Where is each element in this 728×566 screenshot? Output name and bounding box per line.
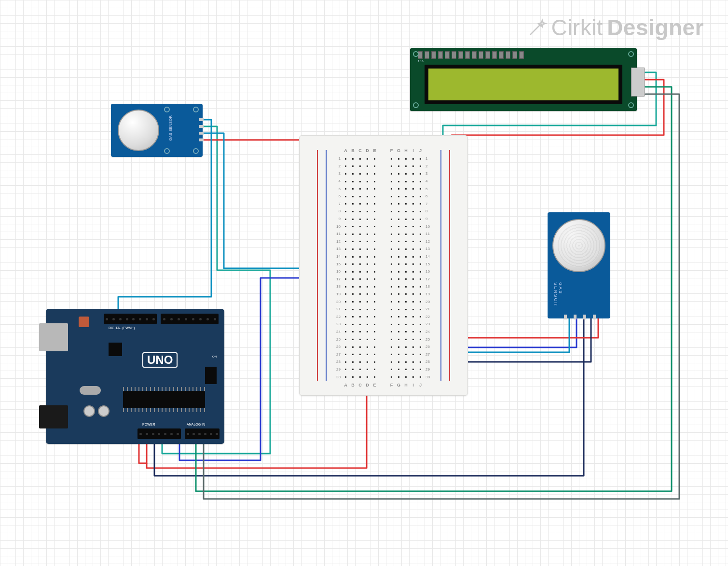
gas-sensor-large-cap [552,219,605,272]
arduino-board-name: UNO [142,352,178,368]
breadboard-row[interactable]: 2222 [333,313,434,320]
arduino-usb-port [39,323,68,351]
lcd-16x2-module[interactable]: 1 16 [410,48,637,111]
breadboard-row[interactable]: 2828 [333,358,434,366]
wand-icon [528,18,547,37]
brand-light: Cirkit [551,14,603,41]
breadboard-row[interactable]: 2929 [333,366,434,373]
breadboard-row[interactable]: 44 [333,178,434,185]
arduino-analog-header[interactable] [185,428,220,439]
screw-hole-icon [193,107,199,112]
gas-large-pin-gnd[interactable] [583,315,586,319]
breadboard-row[interactable]: 2727 [333,350,434,358]
arduino-icsp-header[interactable] [205,367,217,384]
breadboard-row[interactable]: 1717 [333,276,434,283]
breadboard-rail-red-right [449,150,450,381]
app-watermark: Cirkit Designer [528,14,704,41]
breadboard-row[interactable]: 2626 [333,343,434,351]
breadboard-rail-red-left [317,150,318,381]
arduino-digital-label: DIGITAL (PWM~) [109,326,135,330]
screw-hole-icon [193,148,199,154]
wire-gas-large-vcc [453,318,598,338]
screw-hole-icon [413,102,419,108]
gas-small-pin-gnd[interactable] [199,125,204,128]
gas-large-pin-do[interactable] [574,315,577,319]
breadboard-row[interactable]: 2323 [333,320,434,328]
screw-hole-icon [413,51,419,57]
breadboard-row[interactable]: 66 [333,193,434,200]
gas-sensor-module-large[interactable]: GAS SENSOR [548,212,610,318]
arduino-digital-header-right[interactable] [161,314,219,324]
breadboard-row[interactable]: 22 [333,163,434,170]
gas-small-pin-do[interactable] [199,132,204,135]
arduino-usb-chip [109,343,122,356]
gas-sensor-small-label: GAS SENSOR [168,115,173,141]
screw-hole-icon [164,148,170,154]
breadboard-row[interactable]: 1313 [333,245,434,253]
breadboard-tie-points[interactable]: 1122334455667788991010111112121313141415… [333,155,434,381]
breadboard-row[interactable]: 77 [333,200,434,208]
breadboard-row[interactable]: 1616 [333,268,434,276]
breadboard-row[interactable]: 99 [333,215,434,223]
breadboard-rail-blue-left [326,150,327,381]
sensor-mesh-icon [557,224,601,267]
screw-hole-icon [628,102,634,108]
breadboard-row[interactable]: 2020 [333,298,434,305]
breadboard-rail-blue-right [440,150,441,381]
breadboard-column-letters-bottom: A B C D E F G H I J [342,383,424,387]
breadboard-column-letters-top: A B C D E F G H I J [342,148,424,153]
arduino-power-header[interactable] [137,428,181,439]
breadboard-row[interactable]: 1414 [333,253,434,261]
gas-small-pin-vcc[interactable] [199,118,204,121]
breadboard-row[interactable]: 88 [333,207,434,215]
gas-sensor-large-label: GAS SENSOR [553,282,563,318]
breadboard-row[interactable]: 3030 [333,373,434,381]
gas-sensor-module-small[interactable]: GAS SENSOR [111,104,203,157]
gas-sensor-small-cap [118,110,159,151]
capacitor-icon [98,405,110,417]
lcd-screen-bezel [425,65,622,104]
breadboard-row[interactable]: 1010 [333,222,434,230]
breadboard-row[interactable]: 2424 [333,328,434,336]
gas-large-pin-vcc[interactable] [593,315,596,319]
lcd-pin-row [418,51,608,61]
arduino-power-label: POWER [142,423,155,426]
circuit-canvas[interactable]: Cirkit Designer [0,0,728,566]
breadboard-row[interactable]: 55 [333,185,434,193]
breadboard-row[interactable]: 1818 [333,283,434,290]
breadboard-half[interactable]: A B C D E F G H I J A B C D E F G H I J … [299,135,468,396]
arduino-reset-button[interactable] [79,317,89,327]
arduino-digital-header-left[interactable] [104,314,157,324]
breadboard-row[interactable]: 1515 [333,260,434,268]
crystal-icon [80,386,101,395]
breadboard-row[interactable]: 2525 [333,335,434,343]
gas-large-pin-ao[interactable] [564,315,567,319]
breadboard-row[interactable]: 11 [333,155,434,163]
lcd-screen [428,69,618,100]
screw-hole-icon [164,107,170,112]
wire-gas-large-navy [449,318,591,362]
breadboard-row[interactable]: 1111 [333,230,434,238]
wire-5v-short [139,442,147,463]
brand-bold: Designer [607,14,704,41]
arduino-uno-board[interactable]: UNO DIGITAL (PWM~) POWER ANALOG IN ON [46,309,224,444]
screw-hole-icon [628,51,634,57]
arduino-analog-label: ANALOG IN [187,423,205,426]
breadboard-row[interactable]: 1919 [333,290,434,298]
gas-small-pin-ao[interactable] [199,138,204,141]
breadboard-row[interactable]: 1212 [333,238,434,246]
breadboard-row[interactable]: 2121 [333,305,434,313]
lcd-i2c-header[interactable] [631,68,645,97]
arduino-on-led-label: ON [212,355,217,358]
capacitor-icon [83,405,95,417]
lcd-pin-labels: 1 16 [418,60,424,63]
breadboard-row[interactable]: 33 [333,170,434,178]
arduino-power-jack [39,405,68,428]
arduino-atmega-chip [123,391,205,408]
